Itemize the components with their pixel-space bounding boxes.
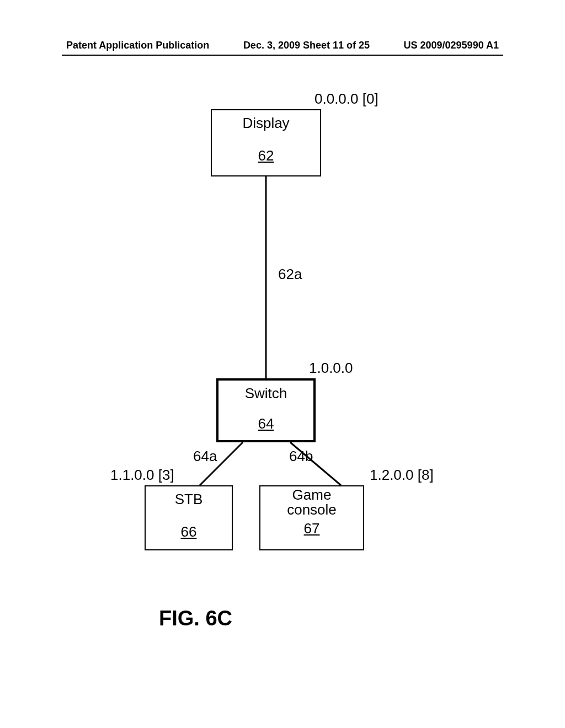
switch-node-ref: 64 [218, 415, 313, 432]
switch-address-label: 1.0.0.0 [309, 360, 353, 377]
edge-display-switch-label: 62a [278, 266, 302, 283]
stb-node-label: STB [146, 491, 232, 508]
game-node-ref: 67 [260, 521, 363, 536]
stb-node: STB 66 [145, 485, 233, 550]
edge-switch-stb-label: 64a [193, 448, 217, 465]
display-node-label: Display [212, 115, 320, 132]
diagram-area: 0.0.0.0 [0] Display 62 62a 1.0.0.0 Switc… [0, 0, 565, 728]
stb-address-label: 1.1.0.0 [3] [110, 467, 174, 484]
edge-switch-game-label: 64b [289, 448, 313, 465]
display-node-ref: 62 [212, 147, 320, 164]
game-console-node: Game console 67 [259, 485, 364, 550]
figure-caption: FIG. 6C [159, 607, 232, 630]
switch-node-label: Switch [218, 385, 313, 402]
switch-node: Switch 64 [216, 378, 316, 442]
game-node-label-2: console [260, 502, 363, 517]
stb-node-ref: 66 [146, 523, 232, 540]
game-address-label: 1.2.0.0 [8] [370, 467, 434, 484]
game-node-label-1: Game [260, 488, 363, 502]
display-node: Display 62 [211, 109, 321, 176]
display-address-label: 0.0.0.0 [0] [315, 90, 379, 108]
page: Patent Application Publication Dec. 3, 2… [0, 0, 565, 728]
